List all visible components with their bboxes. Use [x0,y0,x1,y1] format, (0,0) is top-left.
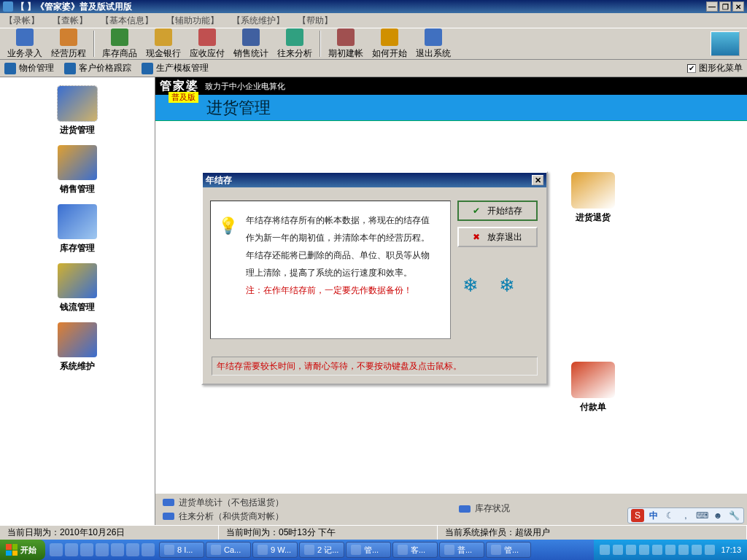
task-icon [164,545,174,555]
tray-icon[interactable] [678,545,689,555]
action-shortcut[interactable]: 付款单 [571,362,615,413]
menu-item[interactable]: 【帮助】 [298,15,333,27]
menu-item[interactable]: 【系统维护】 [232,15,285,27]
action-shortcut[interactable]: 进货退货 [571,172,615,224]
ime-toolbar[interactable]: S中☾,⌨☻🔧 [627,508,744,524]
slogan-text: 致力于中小企业电算化 [205,81,285,92]
ql-icon[interactable] [50,543,63,556]
ql-icon[interactable] [126,543,139,556]
taskbar-task[interactable]: 普... [439,542,484,558]
dialog-close-button[interactable]: ✕ [532,175,543,185]
ime-button[interactable]: ☻ [711,509,724,522]
toolbar-label: 业务录入 [7,47,42,60]
ql-icon[interactable] [65,543,78,556]
toolbar-button[interactable]: 库存商品 [98,28,142,60]
toolbar-button[interactable]: 现金银行 [142,28,185,60]
minimize-button[interactable]: ― [706,1,718,12]
tray-icon[interactable] [626,545,636,555]
sidebar-item[interactable]: 钱流管理 [58,263,97,314]
menu-item[interactable]: 【查帐】 [53,15,88,27]
action-label: 进货退货 [576,211,611,224]
menu-item[interactable]: 【录帐】 [4,15,39,27]
statusbar: 当前日期为：2010年10月26日 当前时间为：05时13分 下午 当前系统操作… [0,525,747,540]
sidebar-label: 库存管理 [60,242,95,254]
ql-icon[interactable] [96,543,109,556]
restore-button[interactable]: ❐ [719,1,731,12]
toolbar-button[interactable]: 经营历程 [47,28,90,60]
float-panel-icon[interactable] [711,31,740,56]
ime-button[interactable]: 🔧 [727,509,740,522]
tray-icon[interactable] [613,545,623,555]
menu-item[interactable]: 【辅助功能】 [166,15,219,27]
checkbox-label: 图形化菜单 [699,62,743,74]
toolbar-button[interactable]: 销售统计 [229,28,273,60]
toolbar-button[interactable]: 退出系统 [411,28,455,60]
secondary-toolbar-item[interactable]: 物价管理 [4,62,54,74]
sidebar-label: 销售管理 [60,183,95,195]
tray-icon[interactable] [600,545,610,555]
taskbar-task[interactable]: 2 记... [299,542,344,558]
ime-button[interactable]: 中 [647,509,660,522]
link-icon [459,505,471,513]
toolbar-label: 往来分析 [277,47,312,60]
action-icon [571,172,615,209]
taskbar-task[interactable]: 9 W... [252,542,298,558]
sidebar-item[interactable]: 销售管理 [58,145,97,195]
ql-icon[interactable] [80,543,93,556]
toolbar-button[interactable]: 期初建帐 [324,28,368,60]
graphical-menu-checkbox[interactable]: ✔ 图形化菜单 [687,62,743,74]
toolbar-button[interactable]: 应收应付 [185,28,229,60]
status-date: 当前日期为：2010年10月26日 [0,526,219,540]
tray-icon[interactable] [705,545,715,555]
year-end-dialog: 年结存 ✕ 💡 年结存将结存所有的帐本数据，将现在的结存值作为新一年的期初值，并… [201,171,548,385]
tray-icon[interactable] [692,545,702,555]
secondary-toolbar-item[interactable]: 客户价格跟踪 [64,62,131,74]
sidebar-label: 进货管理 [60,124,95,136]
close-button[interactable]: ✕ [732,1,744,12]
dialog-message-panel: 💡 年结存将结存所有的帐本数据，将现在的结存值作为新一年的期初值，并清除本年的经… [210,201,451,339]
tray-icon[interactable] [652,545,662,555]
taskbar-task[interactable]: Ca... [206,542,251,558]
ime-button[interactable]: , [679,509,692,522]
ime-button[interactable]: S [631,509,644,522]
abandon-exit-button[interactable]: ✖ 放弃退出 [457,227,538,247]
title-text: 【 】《管家婆》普及版试用版 [16,1,132,13]
menu-item[interactable]: 【基本信息】 [101,15,153,27]
item-icon [4,63,16,74]
link-icon [163,499,174,506]
start-button[interactable]: 开始 [0,540,45,560]
tray-icon[interactable] [665,545,676,555]
taskbar-task[interactable]: 管... [346,542,391,558]
task-icon [444,545,454,555]
sidebar-icon [58,86,97,121]
quick-link[interactable]: 进货单统计（不包括退货） [163,497,452,509]
dialog-footer-warning: 年结存需要较长时间，请耐心等待，不要按动键盘及点击鼠标。 [212,357,538,376]
system-tray: 17:13 [594,540,747,560]
ql-icon[interactable] [142,543,155,556]
taskbar-task[interactable]: 8 I... [159,542,204,558]
toolbar-label: 经营历程 [51,47,86,60]
taskbar-task[interactable]: 管... [486,542,531,558]
toolbar-icon [60,28,77,46]
brand-header: 管家婆 致力于中小企业电算化 [155,77,747,95]
taskbar-task[interactable]: 客... [392,542,438,558]
cross-icon: ✖ [473,232,483,242]
titlebar-icon [3,1,13,12]
ime-button[interactable]: ⌨ [695,509,708,522]
status-time: 当前时间为：05时13分 下午 [219,526,438,540]
toolbar-icon [111,28,128,46]
sidebar-item[interactable]: 系统维护 [58,322,97,373]
toolbar-button[interactable]: 业务录入 [3,28,47,60]
toolbar-button[interactable]: 如何开始 [368,28,411,60]
tray-icon[interactable] [639,545,649,555]
ime-button[interactable]: ☾ [663,509,676,522]
toolbar-button[interactable]: 往来分析 [273,28,317,60]
task-icon [258,545,268,555]
sidebar-label: 钱流管理 [60,301,95,314]
secondary-toolbar-item[interactable]: 生产模板管理 [142,62,209,74]
sidebar-item[interactable]: 库存管理 [58,204,97,254]
start-settle-button[interactable]: ✔ 开始结存 [457,201,538,221]
ql-icon[interactable] [111,543,124,556]
quick-link[interactable]: 往来分析（和供货商对帐） [163,510,452,523]
sidebar-item[interactable]: 进货管理 [58,86,97,136]
